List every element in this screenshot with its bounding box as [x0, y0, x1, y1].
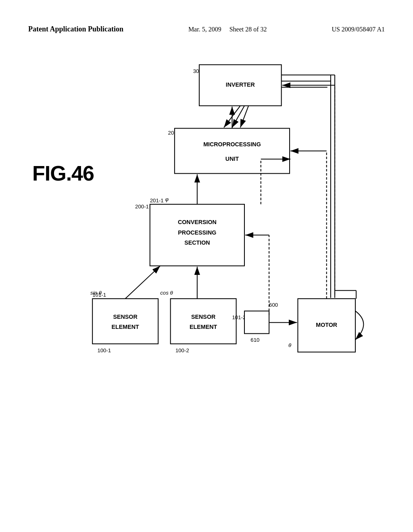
sensor1-label-2: ELEMENT	[112, 324, 139, 330]
sensor2-box	[171, 299, 236, 344]
cos-theta-label: cos θ	[160, 290, 173, 296]
sensor2-label-1: SENSOR	[191, 314, 215, 320]
motor-label: MOTOR	[316, 322, 337, 328]
label-101-2: 101-2	[232, 314, 246, 320]
resolver-box	[244, 311, 269, 334]
conversion-label-3: SECTION	[184, 239, 210, 246]
circuit-diagram: INVERTER 30 MICROPROCESSING UNIT 20 CONV…	[60, 52, 383, 496]
mpu-box	[175, 128, 290, 173]
sensor1-box	[92, 299, 158, 344]
sin-theta-label: sin θ	[90, 290, 102, 296]
publication-label: Patent Application Publication	[28, 24, 123, 34]
sensor2-label-2: ELEMENT	[190, 324, 217, 330]
label-200-1: 200-1	[135, 204, 149, 210]
label-100-2: 100-2	[175, 347, 189, 353]
inverter-label: INVERTER	[226, 81, 255, 88]
inv-to-mpu-line3	[240, 106, 248, 127]
phi-label: φ	[165, 196, 169, 202]
motor-rotation-arrow	[355, 311, 363, 340]
conversion-label-1: CONVERSION	[178, 219, 217, 225]
label-610: 610	[250, 337, 259, 343]
label-20: 20	[168, 130, 174, 136]
label-30: 30	[193, 68, 199, 74]
label-600: 600	[269, 302, 278, 308]
page-header: Patent Application Publication Mar. 5, 2…	[28, 24, 385, 35]
mpu-label-1: MICROPROCESSING	[203, 141, 261, 148]
date-sheet: Mar. 5, 2009 Sheet 28 of 32	[188, 24, 267, 35]
label-201-1: 201-1	[150, 197, 164, 204]
conversion-label-2: PROCESSING	[178, 229, 216, 236]
sensor1-to-conv-arrow	[125, 266, 161, 299]
label-100-1: 100-1	[97, 347, 111, 353]
diagram-area: INVERTER 30 MICROPROCESSING UNIT 20 CONV…	[60, 52, 383, 496]
patent-number: US 2009/058407 A1	[332, 24, 385, 35]
theta-label: θ	[288, 342, 292, 348]
sensor1-label-1: SENSOR	[113, 314, 138, 320]
mpu-label-2: UNIT	[225, 156, 239, 162]
